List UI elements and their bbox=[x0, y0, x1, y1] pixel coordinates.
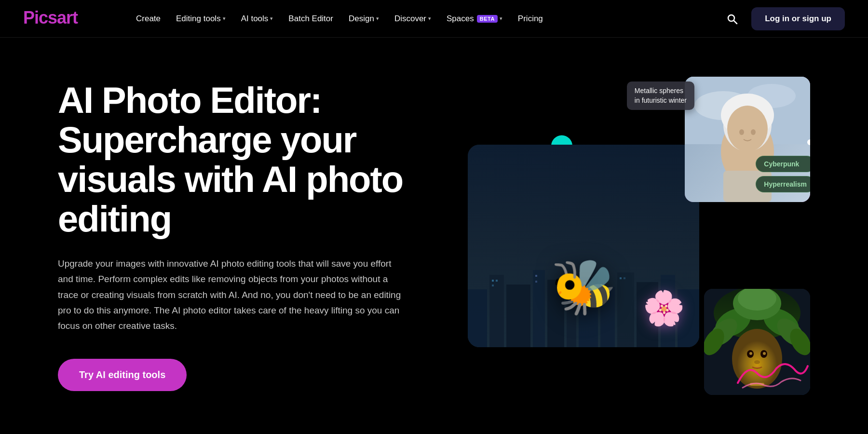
nav-item-batch-editor[interactable]: Batch Editor bbox=[282, 10, 340, 27]
svg-rect-19 bbox=[492, 285, 494, 286]
nav-item-pricing[interactable]: Pricing bbox=[511, 10, 550, 27]
nav-spaces-label: Spaces bbox=[447, 14, 474, 24]
divider-dot bbox=[807, 139, 810, 145]
svg-rect-21 bbox=[535, 281, 537, 283]
nav-batch-editor-label: Batch Editor bbox=[288, 14, 333, 24]
login-button[interactable]: Log in or sign up bbox=[751, 7, 845, 30]
chevron-down-icon: ▾ bbox=[376, 15, 379, 22]
svg-point-33 bbox=[727, 106, 768, 152]
hero-title: AI Photo Editor: Supercharge your visual… bbox=[58, 81, 453, 239]
nav-create-label: Create bbox=[136, 14, 161, 24]
headdress-background bbox=[704, 289, 810, 395]
headdress-card bbox=[704, 289, 810, 395]
hero-visuals: ai bbox=[453, 67, 810, 405]
nav-links: Create Editing tools ▾ AI tools ▾ Batch … bbox=[129, 10, 722, 27]
nav-right: Log in or sign up bbox=[722, 7, 845, 30]
chevron-down-icon: ▾ bbox=[270, 15, 273, 22]
svg-rect-25 bbox=[624, 277, 625, 279]
cyberpunk-chip: Cyberpunk bbox=[756, 156, 810, 172]
nav-ai-tools-label: AI tools bbox=[241, 14, 269, 24]
nav-item-discover[interactable]: Discover ▾ bbox=[388, 10, 438, 27]
woman-card-inner: Cyberpunk Hyperrealism bbox=[685, 77, 810, 202]
svg-point-35 bbox=[751, 129, 756, 135]
svg-rect-20 bbox=[535, 275, 537, 277]
bee-scene: 🐝 🌸 bbox=[468, 145, 699, 347]
hero-cta-button[interactable]: Try AI editing tools bbox=[58, 359, 187, 391]
hero-section: AI Photo Editor: Supercharge your visual… bbox=[0, 38, 868, 434]
logo[interactable]: Picsart bbox=[23, 6, 100, 31]
svg-line-2 bbox=[734, 20, 737, 24]
svg-rect-24 bbox=[620, 277, 622, 279]
spaces-beta-badge: BETA bbox=[477, 15, 498, 23]
hero-content: AI Photo Editor: Supercharge your visual… bbox=[58, 81, 453, 392]
tooltip-line2: in futuristic winter bbox=[635, 96, 687, 104]
chevron-down-icon: ▾ bbox=[223, 15, 226, 22]
svg-rect-17 bbox=[492, 280, 494, 282]
hero-description: Upgrade your images with innovative AI p… bbox=[58, 256, 405, 334]
woman-style-card: Cyberpunk Hyperrealism bbox=[685, 77, 810, 202]
svg-rect-8 bbox=[533, 270, 545, 347]
chevron-down-icon: ▾ bbox=[428, 15, 431, 22]
flower-emoji: 🌸 bbox=[643, 288, 685, 328]
nav-item-create[interactable]: Create bbox=[129, 10, 167, 27]
pink-scribble bbox=[733, 354, 810, 393]
nav-item-spaces[interactable]: Spaces BETA ▾ bbox=[440, 10, 509, 27]
svg-rect-13 bbox=[617, 272, 634, 347]
chevron-down-icon: ▾ bbox=[500, 15, 502, 22]
search-icon bbox=[726, 13, 738, 25]
nav-editing-tools-label: Editing tools bbox=[176, 14, 221, 24]
hyperrealism-chip: Hyperrealism bbox=[756, 176, 810, 192]
svg-rect-6 bbox=[489, 275, 504, 347]
nav-pricing-label: Pricing bbox=[518, 14, 543, 24]
nav-item-ai-tools[interactable]: AI tools ▾ bbox=[234, 10, 280, 27]
svg-text:Picsart: Picsart bbox=[23, 8, 78, 27]
svg-point-34 bbox=[739, 129, 744, 135]
nav-design-label: Design bbox=[349, 14, 374, 24]
bee-card: 🐝 🌸 bbox=[468, 145, 699, 347]
logo-text: Picsart bbox=[23, 14, 100, 31]
svg-rect-5 bbox=[468, 289, 487, 347]
nav-item-design[interactable]: Design ▾ bbox=[342, 10, 386, 27]
bee-emoji: 🐝 bbox=[551, 256, 617, 318]
svg-rect-18 bbox=[496, 280, 498, 282]
navigation: Picsart Create Editing tools ▾ AI tools … bbox=[0, 0, 868, 38]
nav-discover-label: Discover bbox=[394, 14, 426, 24]
metallic-spheres-tooltip: Metallic spheres in futuristic winter bbox=[627, 81, 694, 110]
tooltip-line1: Metallic spheres bbox=[635, 87, 683, 95]
svg-rect-7 bbox=[506, 285, 530, 347]
search-button[interactable] bbox=[722, 9, 742, 28]
nav-item-editing-tools[interactable]: Editing tools ▾ bbox=[169, 10, 232, 27]
style-chips-container: Cyberpunk Hyperrealism bbox=[756, 156, 810, 192]
